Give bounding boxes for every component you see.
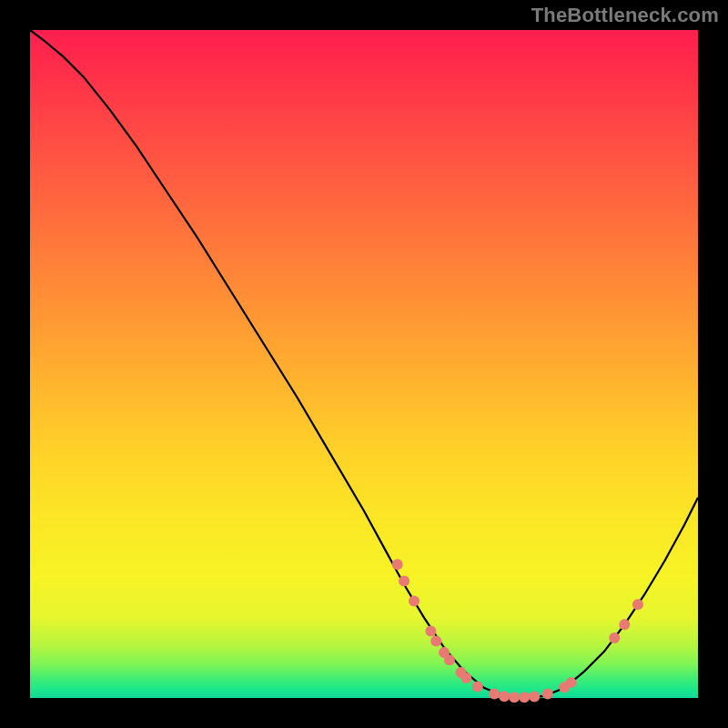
curve-marker [409, 596, 420, 607]
curve-marker [472, 682, 483, 693]
curve-marker [619, 619, 630, 630]
curve-marker [529, 692, 540, 703]
curve-marker [425, 626, 436, 637]
curve-marker [399, 576, 410, 587]
curve-marker [632, 599, 643, 610]
curve-marker [392, 559, 403, 570]
watermark-text: TheBottleneck.com [531, 4, 719, 27]
curve-marker [542, 689, 553, 700]
curve-markers [392, 559, 643, 703]
curve-marker [430, 636, 441, 647]
curve-marker [444, 654, 455, 665]
bottleneck-curve [30, 30, 698, 698]
plot-area [30, 30, 698, 698]
curve-marker [609, 632, 620, 643]
curve-marker [519, 692, 530, 703]
curve-marker [499, 691, 510, 702]
curve-svg [30, 30, 698, 698]
chart-frame: TheBottleneck.com [0, 0, 728, 728]
curve-marker [566, 677, 577, 688]
curve-marker [460, 672, 471, 683]
curve-marker [489, 689, 500, 700]
curve-marker [509, 692, 520, 703]
